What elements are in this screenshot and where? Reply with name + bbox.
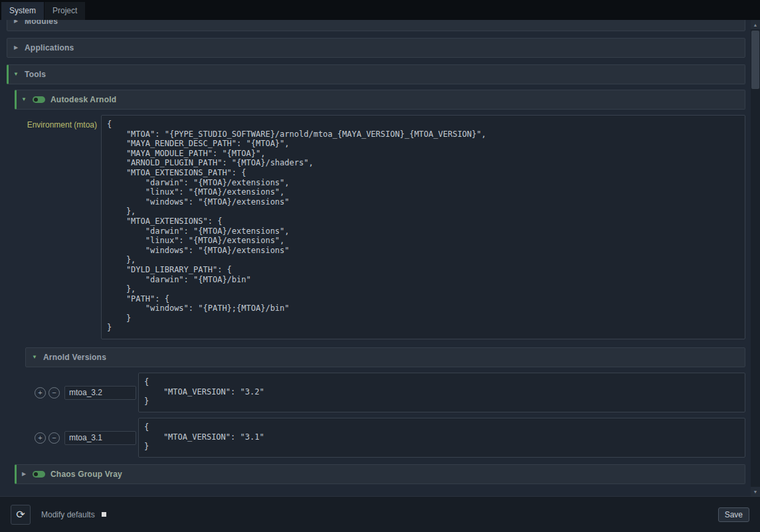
version-row-controls: + − bbox=[25, 431, 138, 445]
section-title: Chaos Group Vray bbox=[50, 470, 122, 479]
remove-item-button[interactable]: − bbox=[48, 432, 60, 444]
version-key-input[interactable] bbox=[64, 386, 136, 400]
section-title: Autodesk Arnold bbox=[50, 95, 116, 104]
section-title: Arnold Versions bbox=[43, 353, 106, 362]
scrollbar-track[interactable] bbox=[751, 29, 760, 487]
collapse-arrow-icon: ▶ bbox=[13, 45, 19, 50]
refresh-icon: ⟳ bbox=[16, 508, 25, 521]
enabled-toggle-icon[interactable] bbox=[33, 96, 45, 103]
section-header-chaos-group-vray[interactable]: ▶ Chaos Group Vray bbox=[15, 464, 745, 484]
tools-section-body: ▼ Autodesk Arnold Environment (mtoa) { "… bbox=[15, 90, 745, 484]
settings-scroll-area: ▶ Modules ▶ Applications ▼ Tools ▼ Autod… bbox=[0, 20, 751, 496]
enabled-toggle-icon[interactable] bbox=[33, 471, 45, 478]
tab-system[interactable]: System bbox=[1, 2, 44, 20]
version-row: + − { "MTOA_VERSION": "3.2" } bbox=[25, 373, 745, 412]
collapse-arrow-icon: ▼ bbox=[21, 97, 27, 102]
section-header-tools[interactable]: ▼ Tools bbox=[7, 64, 745, 84]
scroll-down-icon[interactable]: ▼ bbox=[751, 487, 760, 496]
version-row-controls: + − bbox=[25, 386, 138, 400]
arnold-section-body: Environment (mtoa) { "MTOA": "{PYPE_STUD… bbox=[15, 115, 745, 458]
section-header-arnold-versions[interactable]: ▼ Arnold Versions bbox=[25, 347, 745, 367]
settings-window: System Project ▶ Modules ▶ Applications … bbox=[0, 0, 760, 532]
version-json-input[interactable]: { "MTOA_VERSION": "3.2" } bbox=[138, 373, 745, 412]
remove-item-button[interactable]: − bbox=[48, 387, 60, 399]
scrollbar-thumb[interactable] bbox=[751, 31, 759, 89]
version-json-input[interactable]: { "MTOA_VERSION": "3.1" } bbox=[138, 418, 745, 458]
modify-defaults-label: Modify defaults bbox=[41, 510, 95, 519]
section-header-applications[interactable]: ▶ Applications bbox=[7, 38, 745, 58]
collapse-arrow-icon: ▼ bbox=[13, 72, 19, 77]
tab-bar: System Project bbox=[0, 0, 760, 20]
environment-label: Environment (mtoa) bbox=[15, 115, 101, 130]
section-title: Modules bbox=[25, 20, 58, 26]
refresh-button[interactable]: ⟳ bbox=[11, 505, 31, 525]
modify-defaults-checkbox[interactable] bbox=[102, 512, 106, 517]
version-key-input[interactable] bbox=[64, 431, 136, 445]
collapse-arrow-icon: ▶ bbox=[13, 20, 19, 24]
version-row: + − { "MTOA_VERSION": "3.1" } bbox=[25, 418, 745, 458]
collapse-arrow-icon: ▶ bbox=[21, 472, 27, 477]
vertical-scrollbar[interactable]: ▲ ▼ bbox=[751, 20, 760, 496]
collapse-arrow-icon: ▼ bbox=[31, 355, 38, 360]
add-item-button[interactable]: + bbox=[35, 432, 46, 444]
settings-main: ▶ Modules ▶ Applications ▼ Tools ▼ Autod… bbox=[0, 20, 760, 496]
environment-json-input[interactable]: { "MTOA": "{PYPE_STUDIO_SOFTWARE}/arnold… bbox=[101, 115, 745, 339]
section-header-autodesk-arnold[interactable]: ▼ Autodesk Arnold bbox=[15, 90, 745, 110]
add-item-button[interactable]: + bbox=[35, 387, 46, 399]
tab-project[interactable]: Project bbox=[45, 2, 85, 20]
scroll-up-icon[interactable]: ▲ bbox=[751, 20, 760, 29]
section-header-modules[interactable]: ▶ Modules bbox=[7, 20, 745, 31]
footer-bar: ⟳ Modify defaults Save bbox=[0, 496, 760, 532]
section-title: Applications bbox=[25, 43, 74, 52]
section-title: Tools bbox=[25, 70, 46, 79]
environment-row: Environment (mtoa) { "MTOA": "{PYPE_STUD… bbox=[15, 115, 745, 339]
save-button[interactable]: Save bbox=[718, 507, 749, 522]
